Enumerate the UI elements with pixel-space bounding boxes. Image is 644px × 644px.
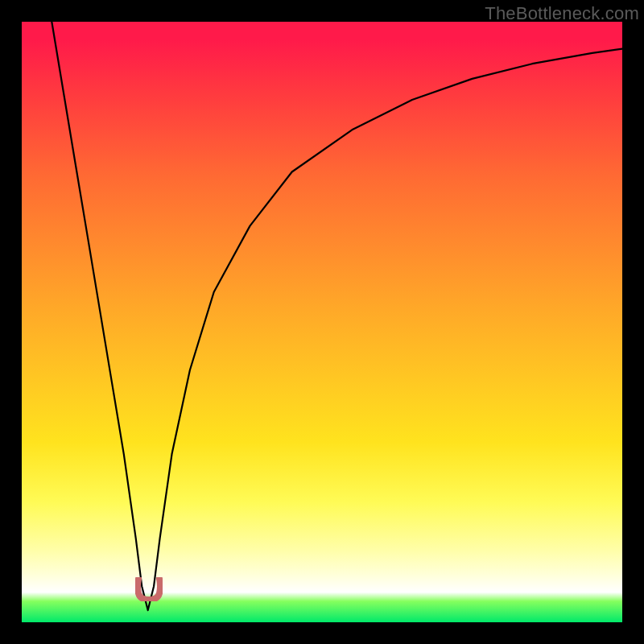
- watermark-text: TheBottleneck.com: [485, 3, 639, 24]
- chart-frame: TheBottleneck.com: [0, 0, 644, 644]
- minimum-marker: [135, 577, 163, 601]
- bottleneck-curve: [22, 22, 622, 622]
- plot-area: [22, 22, 622, 622]
